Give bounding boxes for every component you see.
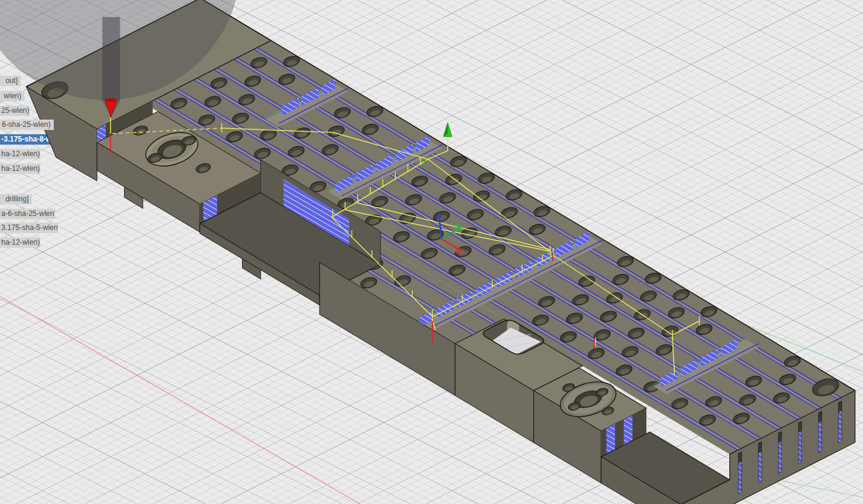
operation-label[interactable]: wlen)	[0, 91, 24, 101]
operation-label[interactable]: a-6-sha-25-wlen)	[0, 209, 55, 219]
operation-label[interactable]: ha-12-wlen)	[0, 237, 40, 248]
operation-label[interactable]: 6-sha-25-wlen)	[0, 120, 54, 130]
viewport-3d[interactable]	[0, 0, 863, 504]
operation-label[interactable]: out]	[0, 76, 21, 86]
operation-label[interactable]: 25-wlen)	[0, 106, 29, 116]
cad-canvas: { "viewport": { "type": "3d-cam-viewport…	[0, 0, 863, 504]
y-axis-arrow-icon	[443, 123, 452, 137]
operation-label[interactable]: ha-12-wlen)	[0, 164, 40, 174]
operation-label[interactable]: drilling]	[0, 194, 32, 204]
operation-label[interactable]: ha-12-wlen)	[0, 149, 40, 159]
operation-label[interactable]: 3.175-sha-5-wlen)	[0, 223, 58, 233]
